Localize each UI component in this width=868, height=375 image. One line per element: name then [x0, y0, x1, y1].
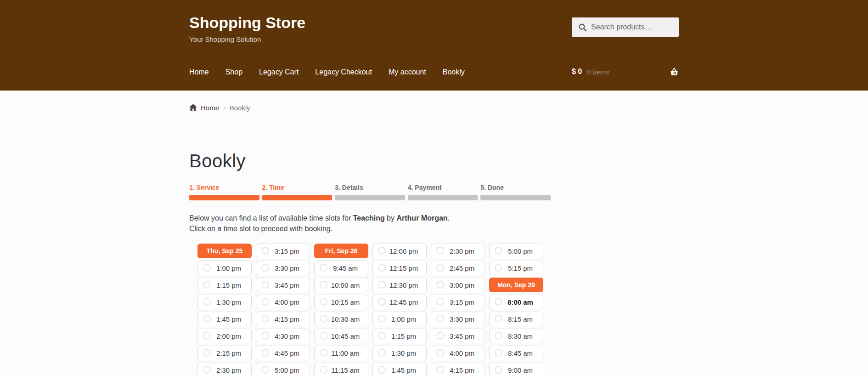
time-slot-button[interactable]: 3:15 pm	[431, 295, 485, 309]
time-slot-button[interactable]: 3:15 pm	[256, 244, 310, 258]
progress-step-label: 3. Details	[335, 184, 405, 191]
time-slot-button[interactable]: 1:45 pm	[372, 363, 427, 375]
cart-amount: $ 0	[572, 68, 582, 76]
time-slot-button[interactable]: 2:45 pm	[431, 261, 485, 275]
progress-step: 2. Time	[262, 184, 333, 200]
slot-radio-icon	[436, 349, 444, 357]
time-slot-button[interactable]: 12:30 pm	[372, 278, 427, 292]
slot-time-label: 12:00 pm	[381, 247, 418, 255]
progress-step: 4. Payment	[408, 184, 478, 200]
time-slot-button[interactable]: 5:00 pm	[256, 363, 310, 375]
slot-time-label: 3:45 pm	[441, 332, 474, 340]
booking-progress-steps: 1. Service2. Time3. Details4. Payment5. …	[189, 184, 551, 200]
slot-time-label: 5:00 pm	[266, 366, 299, 374]
cart-widget[interactable]: $ 0 0 items	[572, 68, 679, 76]
slot-radio-icon	[495, 366, 502, 374]
slot-radio-icon	[261, 315, 269, 323]
time-slot-button[interactable]: 1:00 pm	[372, 312, 427, 326]
nav-item-my-account[interactable]: My account	[389, 68, 426, 76]
slot-time-label: 5:15 pm	[500, 264, 533, 272]
time-slot-button[interactable]: 11:00 am	[314, 346, 368, 360]
slot-time-label: 3:45 pm	[266, 281, 299, 289]
progress-step-label: 2. Time	[262, 184, 333, 191]
time-slot-button[interactable]: 4:15 pm	[431, 363, 485, 375]
time-slot-button[interactable]: 3:00 pm	[431, 278, 485, 292]
nav-item-legacy-cart[interactable]: Legacy Cart	[259, 68, 299, 76]
nav-item-home[interactable]: Home	[189, 68, 209, 76]
booking-info-line2: Click on a time slot to proceed with boo…	[189, 223, 679, 234]
time-slot-button[interactable]: 2:30 pm	[431, 244, 485, 258]
slot-radio-icon	[320, 298, 327, 306]
day-header: Fri, Sep 26	[314, 244, 368, 258]
time-slot-button[interactable]: 1:15 pm	[197, 278, 252, 292]
slot-time-label: 1:15 pm	[383, 332, 416, 340]
slot-radio-icon	[378, 247, 386, 255]
time-slot-button[interactable]: 10:00 am	[314, 278, 368, 292]
breadcrumb-home-link[interactable]: Home	[201, 104, 219, 112]
slot-time-label: 1:15 pm	[208, 281, 241, 289]
time-slot-button[interactable]: 1:30 pm	[197, 295, 252, 309]
time-slot-button[interactable]: 12:00 pm	[372, 244, 427, 258]
time-slot-button[interactable]: 8:00 am	[489, 295, 543, 309]
nav-item-bookly[interactable]: Bookly	[443, 68, 465, 76]
time-slot-button[interactable]: 5:15 pm	[489, 261, 543, 275]
progress-step-bar	[262, 195, 333, 200]
time-slot-button[interactable]: 5:00 pm	[489, 244, 543, 258]
site-title[interactable]: Shopping Store	[189, 14, 305, 32]
time-slot-button[interactable]: 12:15 pm	[372, 261, 427, 275]
slot-radio-icon	[320, 332, 327, 340]
time-slot-button[interactable]: 10:45 am	[314, 329, 368, 343]
time-slot-button[interactable]: 3:45 pm	[431, 329, 485, 343]
time-slot-button[interactable]: 2:30 pm	[197, 363, 252, 375]
slot-time-label: 3:15 pm	[441, 298, 474, 306]
time-slot-button[interactable]: 12:45 pm	[372, 295, 427, 309]
time-slot-button[interactable]: 3:45 pm	[256, 278, 310, 292]
slot-radio-icon	[378, 332, 386, 340]
slot-time-label: 12:30 pm	[381, 281, 418, 289]
slot-radio-icon	[436, 247, 444, 255]
slot-time-label: 8:00 am	[499, 298, 533, 306]
time-slot-button[interactable]: 1:45 pm	[197, 312, 252, 326]
slot-time-label: 8:15 am	[500, 315, 533, 323]
slot-time-label: 1:30 pm	[383, 349, 416, 357]
time-slot-button[interactable]: 10:30 am	[314, 312, 368, 326]
slot-radio-icon	[378, 264, 386, 272]
search-input[interactable]	[591, 23, 674, 31]
time-slot-button[interactable]: 10:15 am	[314, 295, 368, 309]
day-header: Mon, Sep 29	[489, 278, 543, 292]
time-slot-button[interactable]: 4:45 pm	[256, 346, 310, 360]
time-slot-button[interactable]: 8:30 am	[489, 329, 543, 343]
time-slot-button[interactable]: 4:00 pm	[431, 346, 485, 360]
slot-radio-icon	[378, 349, 386, 357]
slot-time-label: 10:00 am	[323, 281, 360, 289]
slot-radio-icon	[203, 298, 211, 306]
page-title: Bookly	[189, 151, 679, 171]
slot-radio-icon	[320, 315, 327, 323]
time-slot-button[interactable]: 1:00 pm	[197, 261, 252, 275]
slot-radio-icon	[378, 366, 386, 374]
time-slot-button[interactable]: 3:30 pm	[431, 312, 485, 326]
slot-radio-icon	[495, 315, 502, 323]
progress-step-label: 4. Payment	[408, 184, 478, 191]
time-slot-button[interactable]: 4:15 pm	[256, 312, 310, 326]
time-slot-button[interactable]: 8:45 am	[489, 346, 543, 360]
time-slot-button[interactable]: 2:00 pm	[197, 329, 252, 343]
progress-step-bar	[335, 195, 405, 200]
time-slot-button[interactable]: 4:30 pm	[256, 329, 310, 343]
nav-item-legacy-checkout[interactable]: Legacy Checkout	[315, 68, 372, 76]
booking-info-line1: Below you can find a list of available t…	[189, 213, 679, 223]
time-slot-button[interactable]: 4:00 pm	[256, 295, 310, 309]
slot-radio-icon	[378, 315, 386, 323]
time-slot-button[interactable]: 8:15 am	[489, 312, 543, 326]
nav-item-shop[interactable]: Shop	[225, 68, 242, 76]
slot-time-label: 2:15 pm	[208, 349, 241, 357]
slot-radio-icon	[261, 264, 269, 272]
time-slot-button[interactable]: 9:00 am	[489, 363, 543, 375]
time-slot-button[interactable]: 1:15 pm	[372, 329, 427, 343]
time-slot-button[interactable]: 9:45 am	[314, 261, 368, 275]
time-slot-button[interactable]: 2:15 pm	[197, 346, 252, 360]
time-slot-button[interactable]: 3:30 pm	[256, 261, 310, 275]
cart-items-count: 0 items	[587, 68, 609, 76]
time-slot-button[interactable]: 11:15 am	[314, 363, 368, 375]
time-slot-button[interactable]: 1:30 pm	[372, 346, 427, 360]
